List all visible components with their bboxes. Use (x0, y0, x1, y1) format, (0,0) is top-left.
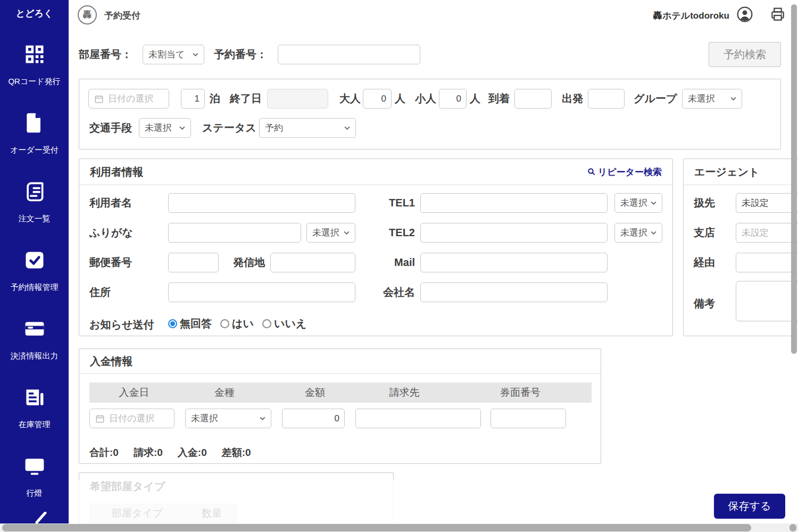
agent-via-label: 経由 (694, 255, 715, 269)
save-button[interactable]: 保存する (714, 494, 785, 519)
tel1-type-value: 未選択 (620, 197, 647, 209)
document-icon (23, 111, 46, 137)
todoroku-logo-icon: 轟 (78, 5, 97, 24)
mail-label: Mail (372, 255, 415, 269)
nights-unit-label: 泊 (210, 92, 220, 105)
page-title: 予約受付 (104, 10, 140, 22)
agent-handler-value: 未設定 (742, 197, 769, 209)
sidebar-item-label: 在庫管理 (19, 420, 51, 430)
arrival-label: 到着 (488, 92, 510, 105)
arrival-time-input[interactable] (514, 89, 552, 109)
checkbox-icon (23, 248, 46, 274)
stay-date-picker[interactable]: 日付の選択 (88, 89, 169, 109)
transport-label: 交通手段 (89, 121, 132, 135)
chevron-down-icon (260, 417, 265, 420)
reservation-search-button[interactable]: 予約検索 (709, 42, 781, 67)
sidebar-item-reservation-management[interactable]: 予約情報管理 (0, 248, 69, 293)
agent-title: エージェント (694, 165, 759, 179)
furigana-input[interactable] (168, 223, 301, 243)
payment-type-value: 未選択 (191, 412, 218, 425)
column-header: 請求先 (360, 386, 449, 400)
date-placeholder: 日付の選択 (109, 412, 154, 425)
payment-amount-input[interactable] (282, 409, 345, 428)
tel2-input[interactable] (420, 223, 608, 243)
horizontal-scrollbar-track (0, 523, 798, 532)
column-header: 金種 (179, 386, 270, 400)
origin-label: 発信地 (233, 255, 265, 269)
payment-date-picker[interactable]: 日付の選択 (89, 409, 174, 428)
repeater-search-link[interactable]: リピーター検索 (587, 166, 662, 178)
reservation-number-input[interactable] (278, 45, 420, 64)
company-input[interactable] (420, 282, 608, 302)
notice-label: お知らせ送付 (89, 318, 154, 331)
chevron-down-icon (651, 231, 656, 235)
sidebar-item-order-reception[interactable]: オーダー受付 (0, 111, 69, 155)
date-placeholder: 日付の選択 (108, 93, 153, 105)
sidebar-item-payment-export[interactable]: 決済情報出力 (0, 317, 69, 361)
payment-invoice-input[interactable] (355, 409, 481, 428)
transport-value: 未選択 (145, 122, 172, 134)
radio-option-no[interactable]: いいえ (262, 317, 306, 331)
radio-label: 無回答 (180, 317, 212, 331)
mail-input[interactable] (420, 253, 608, 272)
postal-code-input[interactable] (168, 253, 219, 272)
tel2-label: TEL2 (372, 226, 415, 239)
tel2-type-value: 未選択 (620, 227, 647, 239)
origin-input[interactable] (270, 253, 355, 272)
chevron-down-icon (179, 126, 185, 130)
status-select[interactable]: 予約 (259, 118, 356, 138)
guest-info-header: 利用者情報 リピーター検索 (79, 159, 672, 185)
qr-code-icon (23, 43, 46, 68)
payment-totals: 合計:0 請求:0 入金:0 差額:0 (89, 446, 251, 460)
total-paid: 入金:0 (178, 446, 207, 460)
furigana-label: ふりがな (89, 226, 133, 239)
sidebar-item-label: 行燈 (27, 488, 43, 498)
agent-branch-select[interactable]: 未設定 (736, 223, 798, 243)
tel2-type-select[interactable]: 未選択 (614, 223, 662, 243)
sidebar-item-andon[interactable]: 行燈 (0, 454, 69, 498)
adult-count-input[interactable] (363, 89, 392, 109)
printer-icon[interactable] (769, 6, 786, 25)
radio-option-yes[interactable]: はい (220, 317, 254, 331)
sidebar-item-inventory[interactable]: 在庫管理 (0, 386, 69, 430)
column-header: 金額 (270, 386, 360, 400)
sidebar-item-label: QRコード発行 (8, 77, 60, 87)
radio-unselected-icon (220, 319, 229, 328)
room-number-select[interactable]: 未割当て (143, 45, 204, 64)
agent-via-input[interactable] (736, 253, 798, 272)
sidebar-item-order-list[interactable]: 注文一覧 (0, 180, 69, 224)
vertical-scrollbar[interactable] (791, 4, 797, 354)
end-date-input[interactable] (267, 89, 328, 109)
sidebar-item-label: 予約情報管理 (11, 282, 59, 293)
agent-remarks-textarea[interactable] (736, 281, 798, 321)
sidebar-item-label: 決済情報出力 (11, 351, 59, 361)
payment-ticket-number-input[interactable] (491, 409, 566, 428)
chevron-down-icon (344, 231, 350, 235)
payment-header: 入金情報 (79, 349, 601, 374)
transport-select[interactable]: 未選択 (139, 118, 191, 138)
guest-name-input[interactable] (168, 193, 355, 213)
child-unit-label: 人 (470, 92, 480, 105)
furigana-select-value: 未選択 (312, 227, 339, 239)
horizontal-scrollbar[interactable] (2, 524, 751, 531)
payment-title: 入金情報 (90, 354, 132, 369)
column-header: 券面番号 (449, 386, 592, 400)
agent-handler-select[interactable]: 未設定 (736, 193, 798, 213)
agent-remarks-label: 備考 (694, 296, 715, 310)
tel1-type-select[interactable]: 未選択 (614, 193, 662, 213)
address-input[interactable] (168, 282, 355, 302)
departure-time-input[interactable] (588, 89, 625, 109)
radio-option-no-answer[interactable]: 無回答 (168, 317, 212, 331)
payment-type-select[interactable]: 未選択 (185, 409, 271, 428)
chevron-down-icon (651, 201, 656, 205)
radio-label: はい (232, 317, 254, 331)
group-select[interactable]: 未選択 (682, 89, 742, 109)
scrollbar-corner (789, 524, 796, 531)
sidebar-item-qr-code[interactable]: QRコード発行 (0, 43, 69, 87)
user-avatar-icon[interactable] (736, 6, 753, 25)
agent-branch-label: 支店 (694, 226, 715, 239)
tel1-input[interactable] (420, 193, 608, 213)
furigana-select[interactable]: 未選択 (306, 223, 355, 243)
nights-input[interactable] (181, 89, 205, 109)
child-count-input[interactable] (439, 89, 467, 109)
